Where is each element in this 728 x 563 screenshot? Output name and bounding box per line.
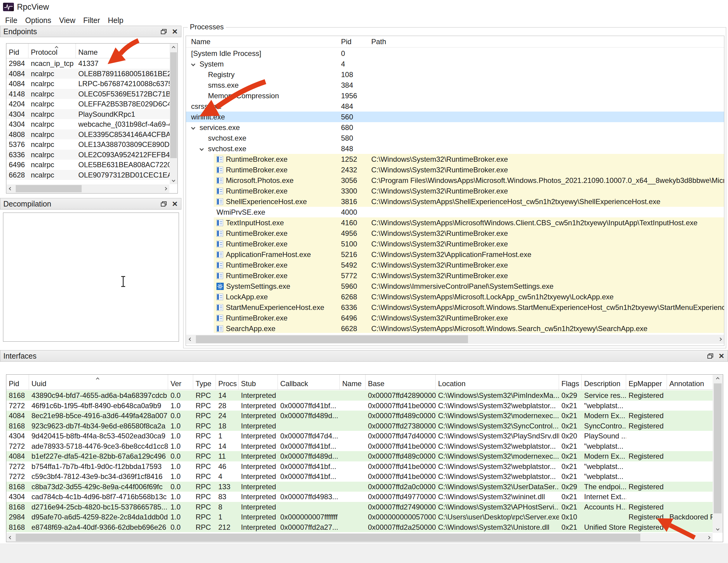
endpoint-row[interactable]: 5376 ncalrpc OLE13A388703809CE890D18781 <box>6 139 177 150</box>
endpoint-row[interactable]: 4084 ncalrpc OLE8B78911680051861BE20486 <box>6 69 177 79</box>
decompilation-view[interactable] <box>3 213 179 342</box>
close-icon[interactable]: × <box>172 201 177 207</box>
process-row[interactable]: Memory Compression 1956 <box>186 90 724 101</box>
interfaces-col-pid[interactable]: Pid <box>6 375 29 389</box>
endpoints-vscrollbar[interactable] <box>170 44 177 184</box>
process-row[interactable]: SystemSettings.exe 5960 C:\Windows\Immer… <box>186 281 724 291</box>
scroll-right-icon[interactable] <box>705 533 713 542</box>
interface-row[interactable]: 8168 43890c94-bfd7-4655-ad6a-b4a68397cdc… <box>6 390 723 401</box>
endpoint-row[interactable]: 4304 ncalrpc webcache_{031b98cf-4a69-4c3… <box>6 119 177 129</box>
process-row[interactable]: [System Idle Process] 0 <box>186 48 724 59</box>
process-row[interactable]: TextInputHost.exe 4160 C:\Windows\System… <box>186 217 724 228</box>
process-row[interactable]: ShellExperienceHost.exe 3816 C:\Windows\… <box>186 196 724 207</box>
scroll-down-icon[interactable] <box>170 176 177 184</box>
endpoint-row[interactable]: 4084 ncalrpc LRPC-b676874210088c6375 <box>6 79 177 89</box>
interface-row[interactable]: 4084 b1ef227e-dfa5-421e-82bb-67a6a129c49… <box>6 451 723 461</box>
interfaces-col-location[interactable]: Location <box>436 375 559 389</box>
process-row[interactable]: csrss.exe 484 <box>186 101 724 112</box>
process-row[interactable]: RuntimeBroker.exe 5772 C:\Windows\System… <box>186 270 724 281</box>
endpoint-row[interactable]: 2984 ncacn_ip_tcp 41337 <box>6 58 177 69</box>
float-panel-icon[interactable] <box>707 353 713 359</box>
decompilation-panel-header[interactable]: Decompilation × <box>0 198 181 210</box>
scroll-left-icon[interactable] <box>7 184 15 193</box>
interface-row[interactable]: 8168 923c9623-db7f-4b34-9e6d-e86580f8ca2… <box>6 421 723 431</box>
endpoints-panel-header[interactable]: Endpoints × <box>0 26 181 37</box>
interface-row[interactable]: 8168 e8748f69-a2a4-40df-9366-62dbeb696e2… <box>6 522 723 532</box>
interfaces-col-name[interactable]: Name <box>340 375 366 389</box>
process-row[interactable]: System 4 <box>186 59 724 69</box>
processes-col-path[interactable]: Path <box>367 36 724 47</box>
process-row[interactable]: wininit.exe 560 <box>186 112 724 122</box>
menu-file[interactable]: File <box>1 15 21 25</box>
interface-row[interactable]: 2984 d95afe70-a6d5-4259-822e-2c84da1ddb0… <box>6 512 723 522</box>
scrollbar-thumb[interactable] <box>16 534 640 541</box>
process-row[interactable]: LockApp.exe 6268 C:\Windows\SystemApps\M… <box>186 291 724 302</box>
menu-view[interactable]: View <box>55 15 79 25</box>
close-icon[interactable]: × <box>719 353 724 359</box>
process-row[interactable]: RuntimeBroker.exe 1252 C:\Windows\System… <box>186 154 724 164</box>
endpoint-row[interactable]: 4204 ncalrpc OLEFFA2B53B78E029D6C428A45 <box>6 99 177 109</box>
interface-row[interactable]: 4304 cad784cb-4c1b-4d96-b8f7-4716b568b13… <box>6 492 723 502</box>
process-row[interactable]: RuntimeBroker.exe 2432 C:\Windows\System… <box>186 164 724 175</box>
scrollbar-thumb[interactable] <box>170 52 177 158</box>
interfaces-col-ver[interactable]: Ver <box>168 375 193 389</box>
process-row[interactable]: svchost.exe 848 <box>186 143 724 154</box>
scroll-up-icon[interactable] <box>713 375 723 383</box>
men u-options[interactable]: Options <box>21 15 55 25</box>
processes-col-name[interactable]: Name <box>186 36 341 47</box>
scroll-right-icon[interactable] <box>161 184 169 193</box>
scroll-up-icon[interactable] <box>170 44 177 52</box>
menu-filter[interactable]: Filter <box>79 15 104 25</box>
processes-col-pid[interactable]: Pid <box>341 36 367 47</box>
float-panel-icon[interactable] <box>161 201 167 207</box>
chevron-down-icon[interactable] <box>192 63 200 66</box>
interface-row[interactable]: 8168 d2716e94-25cb-4820-bc15-5378665785.… <box>6 502 723 512</box>
interfaces-col-callback[interactable]: Callback <box>278 375 340 389</box>
interface-row[interactable]: 4084 8ec21e98-b5ce-4916-a3d6-449fa428a00… <box>6 411 723 421</box>
endpoint-row[interactable]: 4304 ncalrpc PlaySoundKRpc1 <box>6 109 177 119</box>
scrollbar-thumb[interactable] <box>16 185 82 192</box>
scroll-left-icon[interactable] <box>7 533 15 542</box>
interfaces-col-procs[interactable]: Procs <box>216 375 239 389</box>
scroll-down-icon[interactable] <box>713 525 723 533</box>
interfaces-hscrollbar[interactable] <box>7 533 713 542</box>
endpoint-row[interactable]: 6496 ncalrpc OLE5BE631BEA808AC7220F6CA0 <box>6 160 177 170</box>
endpoint-row[interactable]: 6336 ncalrpc OLE2C093A9524212FEFB43E982 <box>6 150 177 160</box>
process-row[interactable]: Registry 108 <box>186 69 724 80</box>
endpoints-hscrollbar[interactable] <box>7 184 169 193</box>
processes-hscrollbar[interactable] <box>186 335 724 344</box>
endpoints-col-name[interactable]: Name <box>76 44 177 58</box>
process-row[interactable]: Microsoft.Photos.exe 3056 C:\Program Fil… <box>186 175 724 186</box>
interfaces-panel-header[interactable]: Interfaces × <box>0 350 728 362</box>
endpoints-col-pid[interactable]: Pid <box>6 44 28 58</box>
interface-row[interactable]: 7272 c59c3bf4-7812-43e9-bc34-d369f1cf841… <box>6 471 723 482</box>
menu-help[interactable]: Help <box>104 15 127 25</box>
scrollbar-thumb[interactable] <box>196 335 468 343</box>
process-row[interactable]: SearchApp.exe 6628 C:\Windows\SystemApps… <box>186 323 724 333</box>
close-icon[interactable]: × <box>172 28 177 34</box>
interfaces-col-flags[interactable]: Flags <box>559 375 582 389</box>
interfaces-vscrollbar[interactable] <box>713 375 723 533</box>
interfaces-col-type[interactable]: Type <box>193 375 216 389</box>
endpoints-col-protocol[interactable]: Protocol <box>28 44 76 58</box>
chevron-down-icon[interactable] <box>192 126 200 129</box>
interfaces-col-base[interactable]: Base <box>366 375 436 389</box>
interface-row[interactable]: 7272 46f91c6b-1f95-4bff-8490-eb648ca0a9b… <box>6 401 723 411</box>
scroll-left-icon[interactable] <box>186 335 195 344</box>
process-row[interactable]: RuntimeBroker.exe 4956 C:\Windows\System… <box>186 228 724 239</box>
interface-row[interactable]: 7272 b754ffa1-7b7b-4fb1-9d0c-f12bbda1759… <box>6 461 723 472</box>
interface-row[interactable]: 7272 ade78933-5718-4476-9ce3-6be8cc4d1cc… <box>6 441 723 451</box>
process-row[interactable]: RuntimeBroker.exe 3300 C:\Windows\System… <box>186 186 724 196</box>
endpoint-row[interactable]: 4808 ncalrpc OLE3395C8534146A4CFBA05E14 <box>6 129 177 140</box>
endpoint-row[interactable]: 6628 ncalrpc OLE90797312BD01CEC1EAAB13 <box>6 170 177 180</box>
process-row[interactable]: ApplicationFrameHost.exe 5216 C:\Windows… <box>186 249 724 260</box>
chevron-down-icon[interactable] <box>200 147 208 150</box>
interfaces-col-stub[interactable]: Stub <box>239 375 278 389</box>
scrollbar-thumb[interactable] <box>714 383 722 513</box>
scroll-right-icon[interactable] <box>716 335 724 344</box>
process-row[interactable]: services.exe 680 <box>186 122 724 133</box>
interfaces-col-description[interactable]: Description <box>582 375 626 389</box>
process-row[interactable]: svchost.exe 580 <box>186 133 724 143</box>
process-row[interactable]: StartMenuExperienceHost.exe 6336 C:\Wind… <box>186 302 724 313</box>
endpoint-row[interactable]: 4148 ncalrpc OLEC05F5369E5172BC71BD2454 <box>6 89 177 99</box>
